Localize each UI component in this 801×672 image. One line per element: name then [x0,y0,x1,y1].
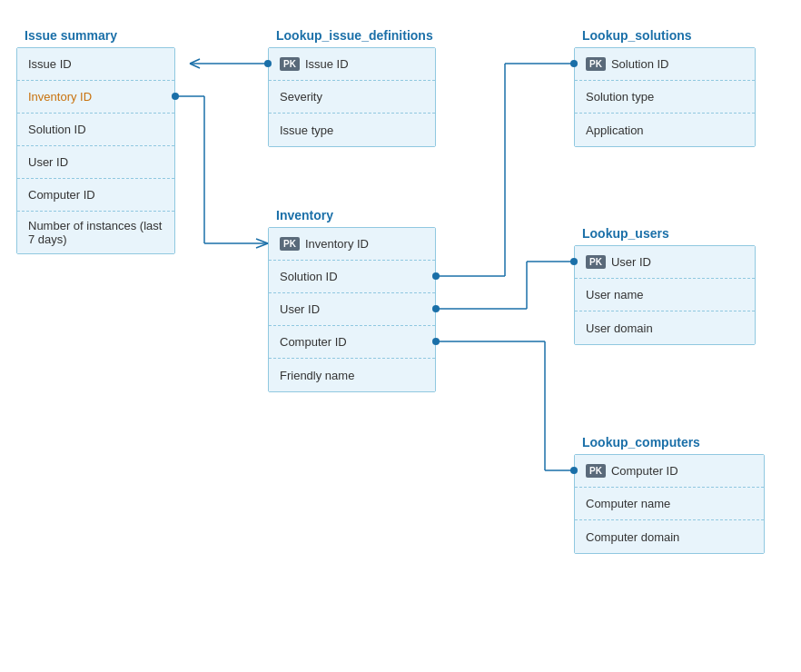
table-row: Inventory ID [17,81,174,114]
table-row: User ID [269,293,435,326]
diagram-container: Issue summary Issue ID Inventory ID Solu… [0,0,801,672]
table-lookup-users: Lookup_users PK User ID User name User d… [574,245,756,345]
field-user-name: User name [586,288,644,301]
table-title-lookup-issue: Lookup_issue_definitions [269,25,440,50]
conn-inventory-solution-to-lookup-solutions [432,60,578,280]
table-row: PK Computer ID [575,455,764,488]
table-row: Solution ID [17,114,174,146]
table-row: Computer name [575,488,764,520]
table-row: Friendly name [269,359,435,391]
svg-line-9 [256,243,268,248]
table-row: PK User ID [575,246,755,279]
conn-inventory-computer-to-lookup-computers [432,338,578,474]
svg-line-0 [190,59,200,64]
conn-inventory-user-to-lookup-users [432,258,578,312]
table-lookup-computers: Lookup_computers PK Computer ID Computer… [574,454,765,554]
table-title-lookup-solutions: Lookup_solutions [575,25,699,50]
field-inventory-id-pk: Inventory ID [305,237,369,251]
table-row: Application [575,114,755,146]
table-title-lookup-computers: Lookup_computers [575,431,707,457]
table-row: User ID [17,146,174,179]
conn-issue-to-lookup-issue [190,59,272,68]
field-instances: Number of instances (last 7 days) [28,219,163,246]
conn-issue-inv-to-inventory [172,93,268,248]
table-title-inventory: Inventory [269,204,341,230]
svg-line-8 [256,239,268,243]
field-issue-id: Issue ID [28,57,72,71]
svg-line-1 [190,64,200,68]
table-row: Number of instances (last 7 days) [17,212,174,253]
table-lookup-issue-definitions: Lookup_issue_definitions PK Issue ID Sev… [268,47,436,147]
table-row: Computer ID [269,326,435,359]
table-issue-summary: Issue summary Issue ID Inventory ID Solu… [16,47,175,254]
field-severity: Severity [280,90,322,104]
field-user-id: User ID [28,155,68,169]
field-computer-id-inv: Computer ID [280,335,347,349]
pk-badge: PK [280,57,300,71]
pk-badge: PK [280,237,300,251]
table-row: Solution type [575,81,755,114]
field-issue-id-pk: Issue ID [305,57,349,71]
table-row: PK Inventory ID [269,228,435,261]
table-row: PK Solution ID [575,48,755,81]
field-user-id-inv: User ID [280,302,320,316]
table-row: Issue type [269,114,435,146]
table-row: Severity [269,81,435,114]
field-inventory-id: Inventory ID [28,90,92,104]
table-title-lookup-users: Lookup_users [575,222,677,248]
table-title-issue-summary: Issue summary [17,25,124,50]
field-solution-id-inv: Solution ID [280,270,338,283]
table-row: Issue ID [17,48,174,81]
field-issue-type: Issue type [280,124,333,137]
field-friendly-name: Friendly name [280,369,354,382]
table-inventory: Inventory PK Inventory ID Solution ID Us… [268,227,436,392]
field-computer-name: Computer name [586,497,670,510]
field-computer-id-pk: Computer ID [611,464,678,478]
field-application: Application [586,124,644,137]
table-row: Solution ID [269,261,435,293]
field-computer-id: Computer ID [28,188,95,202]
table-lookup-solutions: Lookup_solutions PK Solution ID Solution… [574,47,756,147]
table-row: Computer domain [575,520,764,553]
field-solution-id-pk: Solution ID [611,57,669,71]
field-user-domain: User domain [586,321,653,335]
field-computer-domain: Computer domain [586,530,679,544]
pk-badge: PK [586,464,606,478]
pk-badge: PK [586,57,606,71]
field-solution-type: Solution type [586,90,654,104]
table-row: User name [575,279,755,311]
table-row: PK Issue ID [269,48,435,81]
field-solution-id: Solution ID [28,123,86,136]
pk-badge: PK [586,255,606,269]
field-user-id-pk: User ID [611,255,651,269]
table-row: Computer ID [17,179,174,212]
table-row: User domain [575,311,755,344]
